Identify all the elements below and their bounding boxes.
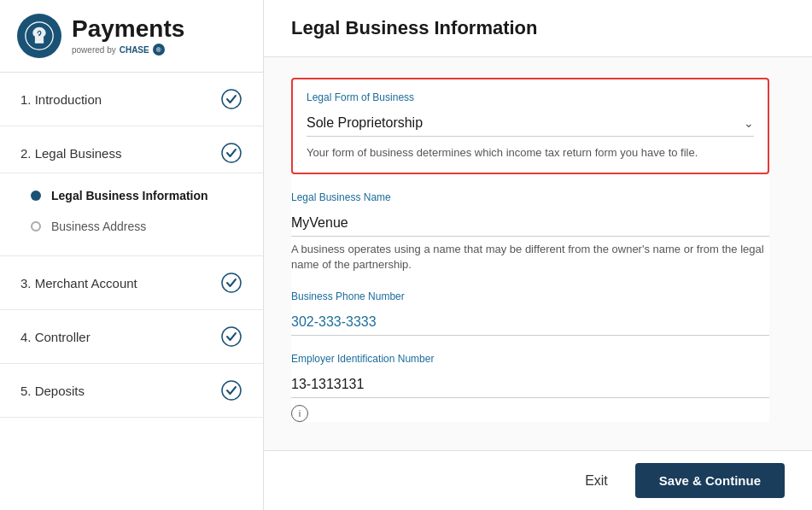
- footer: Exit Save & Continue: [264, 450, 812, 510]
- brand-sub: powered by CHASE ®: [72, 44, 184, 56]
- form-section: Legal Form of Business Sole Proprietorsh…: [291, 78, 769, 422]
- sidebar-item-controller[interactable]: 4. Controller: [0, 310, 263, 364]
- svg-point-3: [222, 144, 241, 162]
- info-icon-row: i: [291, 405, 769, 422]
- powered-by-text: powered by: [72, 45, 116, 55]
- empty-dot-icon: [31, 221, 41, 232]
- main-content: Legal Business Information Legal Form of…: [264, 0, 812, 510]
- legal-business-name-group: Legal Business Name MyVenue A business o…: [291, 191, 769, 273]
- sidebar-item-business-address[interactable]: Business Address: [0, 211, 263, 242]
- sidebar-item-merchant-account-label: 3. Merchant Account: [20, 276, 137, 290]
- brand-title: Payments: [72, 16, 184, 43]
- active-dot-icon: [31, 191, 41, 201]
- legal-business-sub-items: Legal Business Information Business Addr…: [0, 173, 263, 256]
- main-header: Legal Business Information: [264, 0, 812, 57]
- sidebar-item-introduction-label: 1. Introduction: [20, 92, 102, 107]
- legal-form-label: Legal Form of Business: [307, 91, 754, 103]
- page-title: Legal Business Information: [291, 17, 785, 39]
- info-icon[interactable]: i: [291, 405, 308, 422]
- brand-logo-icon: [17, 14, 61, 58]
- svg-point-2: [222, 90, 241, 108]
- exit-button[interactable]: Exit: [571, 466, 622, 495]
- introduction-check-icon: [220, 88, 242, 110]
- ein-label: Employer Identification Number: [291, 353, 769, 365]
- main-body: Legal Form of Business Sole Proprietorsh…: [264, 57, 812, 450]
- svg-point-1: [38, 34, 40, 36]
- phone-label: Business Phone Number: [291, 290, 769, 302]
- chevron-down-icon: ⌄: [744, 116, 754, 130]
- save-continue-button[interactable]: Save & Continue: [635, 463, 785, 498]
- sidebar-item-deposits-label: 5. Deposits: [20, 384, 85, 398]
- legal-business-check-icon: [220, 142, 242, 164]
- legal-business-name-value[interactable]: MyVenue: [291, 210, 769, 237]
- legal-business-info-label: Legal Business Information: [51, 189, 208, 202]
- sidebar-item-controller-label: 4. Controller: [20, 330, 91, 344]
- sidebar-item-deposits[interactable]: 5. Deposits: [0, 364, 263, 418]
- sidebar: Payments powered by CHASE ® 1. Introduct…: [0, 0, 264, 510]
- svg-point-6: [222, 381, 241, 400]
- legal-form-highlighted-box: Legal Form of Business Sole Proprietorsh…: [291, 78, 769, 174]
- merchant-account-check-icon: [220, 272, 242, 294]
- deposits-check-icon: [220, 379, 242, 402]
- ein-value[interactable]: 13-1313131: [291, 372, 769, 398]
- legal-form-select[interactable]: Sole Proprietorship ⌄: [307, 110, 754, 137]
- legal-form-value: Sole Proprietorship: [307, 115, 423, 131]
- chase-icon: ®: [153, 44, 165, 56]
- legal-business-name-hint: A business operates using a name that ma…: [291, 242, 769, 273]
- sidebar-item-legal-business-info[interactable]: Legal Business Information: [0, 180, 263, 211]
- sidebar-brand: Payments powered by CHASE ®: [72, 16, 184, 56]
- chase-text: CHASE: [120, 45, 149, 55]
- controller-check-icon: [220, 325, 242, 348]
- sidebar-item-legal-business-label: 2. Legal Business: [20, 146, 121, 161]
- sidebar-nav: 1. Introduction 2. Legal Business Lega: [0, 73, 263, 510]
- phone-value[interactable]: 302-333-3333: [291, 309, 769, 336]
- sidebar-item-merchant-account[interactable]: 3. Merchant Account: [0, 256, 263, 310]
- ein-group: Employer Identification Number 13-131313…: [291, 353, 769, 422]
- legal-business-name-label: Legal Business Name: [291, 191, 769, 203]
- sidebar-item-legal-business[interactable]: 2. Legal Business: [0, 126, 263, 173]
- phone-group: Business Phone Number 302-333-3333: [291, 290, 769, 336]
- business-address-label: Business Address: [51, 220, 146, 233]
- svg-point-5: [222, 327, 241, 346]
- sidebar-item-introduction[interactable]: 1. Introduction: [0, 73, 263, 126]
- sidebar-header: Payments powered by CHASE ®: [0, 0, 263, 73]
- svg-point-4: [222, 273, 241, 292]
- legal-form-hint: Your form of business determines which i…: [307, 145, 754, 161]
